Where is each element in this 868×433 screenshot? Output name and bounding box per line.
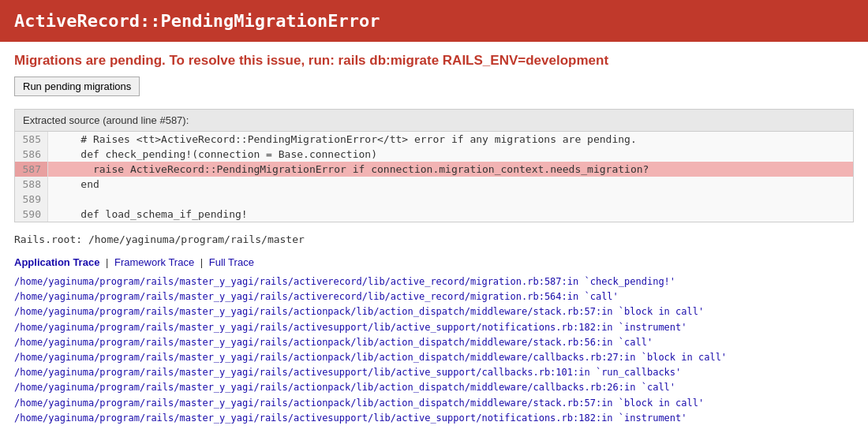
rails-root: Rails.root: /home/yaginuma/program/rails…	[14, 233, 854, 245]
trace-tabs: Application Trace | Framework Trace | Fu…	[14, 256, 854, 268]
line-code: # Raises <tt>ActiveRecord::PendingMigrat…	[48, 132, 645, 147]
line-code: end	[48, 177, 107, 192]
main-content: Migrations are pending. To resolve this …	[0, 42, 868, 433]
trace-line[interactable]: /home/yaginuma/program/rails/master_y_ya…	[14, 289, 854, 304]
tab-full-trace[interactable]: Full Trace	[209, 256, 254, 268]
error-header: ActiveRecord::PendingMigrationError	[0, 0, 868, 42]
tab-application-trace[interactable]: Application Trace	[14, 256, 99, 268]
trace-line[interactable]: /home/yaginuma/program/rails/master_y_ya…	[14, 320, 854, 335]
source-line: 590 def load_schema_if_pending!	[15, 207, 853, 222]
trace-line[interactable]: /home/yaginuma/program/rails/master_y_ya…	[14, 396, 854, 411]
trace-line[interactable]: /home/yaginuma/program/rails/master_y_ya…	[14, 304, 854, 319]
trace-line[interactable]: /home/yaginuma/program/rails/master_y_ya…	[14, 274, 854, 289]
tab-separator-1: |	[106, 256, 108, 268]
line-number: 585	[15, 132, 48, 147]
line-number: 589	[15, 192, 48, 207]
trace-line[interactable]: /home/yaginuma/program/rails/master_y_ya…	[14, 365, 854, 380]
source-header: Extracted source (around line #587):	[15, 110, 853, 132]
error-title: ActiveRecord::PendingMigrationError	[14, 11, 854, 31]
trace-line[interactable]: /home/yaginuma/program/rails/master_y_ya…	[14, 335, 854, 350]
source-line: 586 def check_pending!(connection = Base…	[15, 147, 853, 162]
source-line: 587 raise ActiveRecord::PendingMigration…	[15, 162, 853, 177]
line-code: def check_pending!(connection = Base.con…	[48, 147, 385, 162]
line-code: raise ActiveRecord::PendingMigrationErro…	[48, 162, 657, 177]
line-number: 588	[15, 177, 48, 192]
source-line: 589	[15, 192, 853, 207]
line-code	[48, 192, 64, 207]
line-code: def load_schema_if_pending!	[48, 207, 256, 222]
error-message: Migrations are pending. To resolve this …	[14, 53, 854, 69]
trace-line[interactable]: /home/yaginuma/program/rails/master_y_ya…	[14, 350, 854, 365]
tab-framework-trace[interactable]: Framework Trace	[114, 256, 194, 268]
line-number: 587	[15, 162, 48, 177]
line-number: 590	[15, 207, 48, 222]
source-lines: 585 # Raises <tt>ActiveRecord::PendingMi…	[15, 132, 853, 222]
trace-list: /home/yaginuma/program/rails/master_y_ya…	[14, 274, 854, 426]
tab-separator-2: |	[200, 256, 203, 268]
run-migrations-button[interactable]: Run pending migrations	[14, 77, 140, 96]
source-code-box: Extracted source (around line #587): 585…	[14, 109, 854, 222]
trace-line[interactable]: /home/yaginuma/program/rails/master_y_ya…	[14, 380, 854, 395]
trace-line[interactable]: /home/yaginuma/program/rails/master_y_ya…	[14, 411, 854, 426]
source-line: 585 # Raises <tt>ActiveRecord::PendingMi…	[15, 132, 853, 147]
source-line: 588 end	[15, 177, 853, 192]
line-number: 586	[15, 147, 48, 162]
